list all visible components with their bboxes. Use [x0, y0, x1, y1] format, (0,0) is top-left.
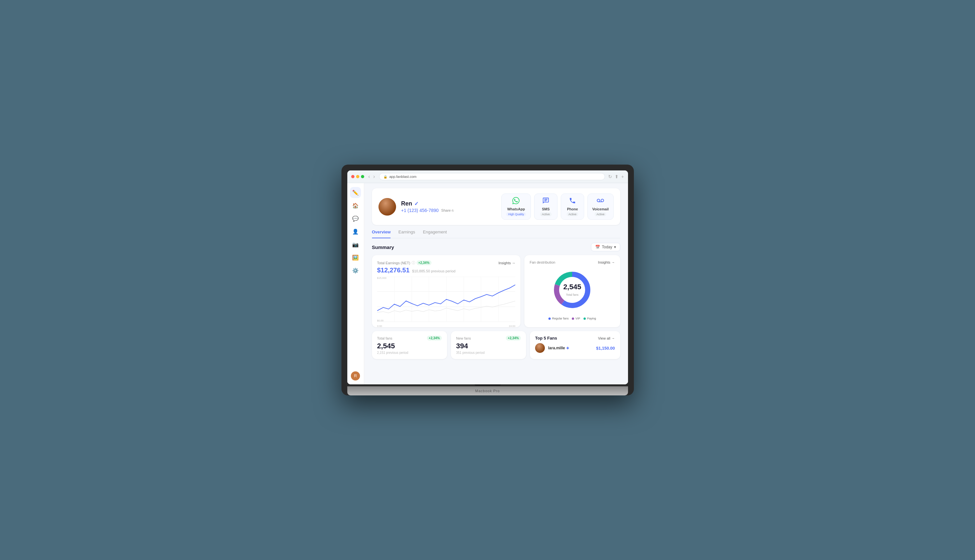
phone-status: Active: [567, 212, 579, 216]
earnings-prev: $10,885.50 previous period: [412, 269, 455, 273]
user-icon: 👤: [352, 228, 359, 235]
donut-legend: Regular fans VIP Paying: [549, 317, 596, 320]
sidebar: ✏️ 🏠 💬 👤 📷 🖼️ ⚙️: [347, 183, 364, 384]
insights-link-earnings[interactable]: Insights →: [498, 261, 515, 265]
paying-dot: [584, 317, 586, 320]
total-fans-badge: +2,34%: [427, 336, 442, 340]
address-bar[interactable]: 🔒 app.fanblast.com: [379, 173, 605, 180]
voicemail-icon: [597, 197, 604, 206]
today-button[interactable]: 📅 Today ▾: [591, 243, 620, 251]
earnings-chart: $15,000 $0.00: [377, 277, 516, 322]
top-fans-title: Top 5 Fans: [535, 336, 557, 340]
whatsapp-status: High Quality: [506, 212, 526, 216]
service-card-whatsapp[interactable]: WhatsApp High Quality: [501, 193, 531, 220]
regular-dot: [549, 317, 551, 320]
arrow-right-icon: →: [512, 261, 515, 265]
phone-icon: [569, 197, 576, 206]
sms-icon: [542, 197, 549, 206]
maximize-button[interactable]: [361, 175, 364, 178]
sms-status: Active: [540, 212, 552, 216]
summary-header: Summary 📅 Today ▾: [372, 243, 620, 251]
earnings-card: Total Earnings (NET) ⓘ +2,34% Insights →…: [372, 255, 521, 327]
legend-vip: VIP: [572, 317, 580, 320]
earnings-badge: +2,34%: [416, 260, 431, 265]
donut-chart: 2,545 Total fans: [551, 269, 593, 311]
minimize-button[interactable]: [356, 175, 360, 178]
share-button[interactable]: Share ⎋: [441, 208, 454, 212]
nav-buttons: ‹ ›: [368, 174, 376, 179]
share-icon[interactable]: ⬆: [615, 174, 619, 179]
vip-dot: [572, 317, 574, 320]
service-card-voicemail[interactable]: Voicemail Active: [587, 193, 614, 220]
tabs: Overview Earnings Engagement: [372, 230, 620, 238]
fan-avatar: [535, 343, 545, 353]
tab-overview[interactable]: Overview: [372, 230, 391, 238]
insights-link-fans[interactable]: Insights →: [598, 260, 615, 264]
view-all-button[interactable]: View all →: [598, 336, 615, 340]
sidebar-item-chat[interactable]: 💬: [350, 213, 361, 224]
profile-info: Ren ✓ +1 (123) 456-7890 Share ⎋: [401, 200, 496, 213]
profile-name: Ren ✓: [401, 200, 496, 207]
new-fans-card: New fans +2,34% 394 351 previous period: [451, 331, 526, 359]
whatsapp-icon: [512, 197, 520, 206]
sms-name: SMS: [542, 207, 550, 211]
browser-actions: ↻ ⬆ +: [608, 174, 624, 179]
summary-title: Summary: [372, 245, 394, 250]
back-button[interactable]: ‹: [368, 174, 371, 179]
sidebar-item-gallery[interactable]: 🖼️: [350, 252, 361, 263]
reload-icon[interactable]: ↻: [608, 174, 612, 179]
total-fans-number: 2,545: [564, 283, 581, 291]
home-icon: 🏠: [352, 203, 359, 209]
user-avatar[interactable]: R: [351, 372, 360, 380]
share-icon-small: ⎋: [452, 208, 454, 212]
laptop-model: Macbook Pro: [475, 389, 500, 393]
info-icon[interactable]: ⓘ: [411, 260, 415, 265]
brush-icon: ✏️: [352, 190, 359, 196]
sidebar-item-camera[interactable]: 📷: [350, 239, 361, 250]
tab-earnings[interactable]: Earnings: [398, 230, 415, 238]
sidebar-item-user[interactable]: 👤: [350, 226, 361, 237]
sidebar-item-settings[interactable]: ⚙️: [350, 265, 361, 276]
chart-y-labels: $15,000 $0.00: [377, 277, 386, 322]
legend-regular: Regular fans: [549, 317, 569, 320]
app-layout: ✏️ 🏠 💬 👤 📷 🖼️ ⚙️: [347, 183, 628, 384]
donut-container: 2,545 Total fans Regular fans: [530, 265, 615, 320]
arrow-right-icon-fans: →: [612, 260, 615, 264]
lock-icon: 🔒: [383, 175, 387, 178]
total-fans-label-row: Total fans +2,34%: [377, 336, 442, 340]
tab-engagement[interactable]: Engagement: [423, 230, 447, 238]
chat-icon: 💬: [352, 215, 359, 222]
top-fans-card: Top 5 Fans View all → lara.mille ✚: [530, 331, 620, 359]
avatar-image: R: [354, 374, 357, 378]
donut-center: 2,545 Total fans: [564, 283, 581, 297]
whatsapp-name: WhatsApp: [507, 207, 525, 211]
new-fans-prev: 351 previous period: [456, 351, 521, 355]
camera-icon: 📷: [352, 242, 359, 248]
calendar-icon: 📅: [595, 245, 600, 249]
total-fans-prev: 2,151 previous period: [377, 351, 442, 355]
sidebar-item-home[interactable]: 🏠: [350, 200, 361, 211]
service-card-sms[interactable]: SMS Active: [534, 193, 557, 220]
voicemail-status: Active: [595, 212, 607, 216]
gallery-icon: 🖼️: [352, 255, 359, 261]
settings-icon: ⚙️: [352, 268, 359, 274]
fan-verified-badge: ✚: [566, 347, 569, 350]
chevron-down-icon: ▾: [614, 245, 616, 249]
legend-paying: Paying: [584, 317, 596, 320]
total-fans-card: Total fans +2,34% 2,545 2,151 previous p…: [372, 331, 447, 359]
url-text: app.fanblast.com: [389, 175, 416, 178]
close-button[interactable]: [351, 175, 355, 178]
fan-name: lara.mille ✚: [548, 346, 593, 350]
forward-button[interactable]: ›: [372, 174, 376, 179]
sidebar-item-brush[interactable]: ✏️: [350, 187, 361, 198]
new-fans-badge: +2,34%: [506, 336, 521, 340]
new-tab-icon[interactable]: +: [621, 174, 624, 179]
traffic-lights: [351, 175, 364, 178]
earnings-card-header: Total Earnings (NET) ⓘ +2,34% Insights →: [377, 260, 516, 265]
service-card-phone[interactable]: Phone Active: [561, 193, 584, 220]
profile-header: Ren ✓ +1 (123) 456-7890 Share ⎋: [372, 188, 620, 225]
new-fans-value: 394: [456, 342, 521, 350]
top-fans-header: Top 5 Fans View all →: [535, 336, 615, 340]
chart-svg: [377, 277, 516, 322]
earnings-card-title: Total Earnings (NET) ⓘ +2,34%: [377, 260, 431, 265]
